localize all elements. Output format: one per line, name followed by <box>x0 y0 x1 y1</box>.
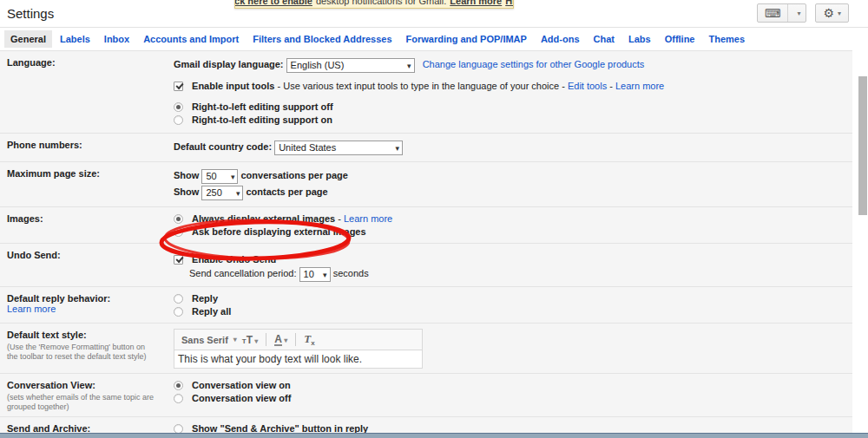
row-images: Images: Always display external images -… <box>0 206 852 243</box>
cancellation-period-label: Send cancellation period: <box>189 268 297 278</box>
contacts-per-page-select[interactable]: 250 <box>201 186 243 200</box>
row-language: Language: Gmail display language: Englis… <box>0 51 852 133</box>
text-style-toolbar: Sans Serif ▾ TT ▾ A ▾ Tx <box>174 329 423 350</box>
settings-tabbar: General Labels Inbox Accounts and Import… <box>0 28 868 50</box>
images-learn-more-link[interactable]: Learn more <box>344 213 392 224</box>
text-color-icon: A <box>274 335 282 346</box>
conversation-view-off-radio[interactable] <box>174 394 183 403</box>
undo-send-label: Undo Send: <box>7 250 61 260</box>
scrollbar-thumb[interactable] <box>858 76 867 215</box>
enable-undo-send-label: Enable Undo Send <box>192 254 276 265</box>
country-code-select[interactable]: United States <box>274 141 403 155</box>
chevron-down-icon: ▾ <box>838 10 841 17</box>
always-display-images-radio[interactable] <box>174 214 183 224</box>
reply-all-label: Reply all <box>192 306 231 317</box>
ask-before-display-radio[interactable] <box>174 227 183 237</box>
text-style-preview: This is what your body text will look li… <box>174 350 423 369</box>
text-style-label: Default text style: <box>7 330 87 340</box>
always-display-images-label: Always display external images <box>192 213 335 224</box>
row-conversation-view: Conversation View: (sets whether emails … <box>0 373 852 416</box>
tab-themes[interactable]: Themes <box>703 30 752 48</box>
reply-radio[interactable] <box>174 294 183 304</box>
chevron-down-icon: ▾ <box>253 337 258 345</box>
change-language-link[interactable]: Change language settings for other Googl… <box>423 59 645 69</box>
toolbar-divider <box>295 333 296 346</box>
remove-formatting-button[interactable]: Tx <box>304 332 314 347</box>
chevron-down-icon: ▾ <box>797 10 800 17</box>
conversations-per-page-select[interactable]: 50 <box>201 169 238 184</box>
conversation-view-sublabel: (sets whether emails of the same topic a… <box>7 393 165 412</box>
input-tools-dropdown[interactable]: ▾ <box>787 4 806 22</box>
edit-tools-link[interactable]: Edit tools <box>568 81 607 91</box>
row-phone-numbers: Phone numbers: Default country code: Uni… <box>0 133 852 161</box>
chevron-down-icon: ▾ <box>282 337 287 344</box>
show-label: Show <box>174 170 199 180</box>
tab-add-ons[interactable]: Add-ons <box>535 30 586 48</box>
row-undo-send: Undo Send: Enable Undo Send Send cancell… <box>0 243 852 286</box>
input-tools-description: - Use various text input tools to type i… <box>274 81 568 91</box>
tab-accounts-and-import[interactable]: Accounts and Import <box>137 30 245 48</box>
rtl-off-label: Right-to-left editing support off <box>192 101 333 112</box>
tab-chat[interactable]: Chat <box>588 30 621 48</box>
rtl-on-radio[interactable] <box>174 115 183 125</box>
reply-label: Reply <box>192 293 218 304</box>
tab-labs[interactable]: Labs <box>622 30 657 48</box>
settings-table: Language: Gmail display language: Englis… <box>0 50 852 438</box>
gear-icon: ⚙ <box>823 7 834 19</box>
reply-behavior-label: Default reply behavior: <box>7 293 110 304</box>
country-code-label: Default country code: <box>174 141 272 152</box>
enable-undo-send-checkbox[interactable] <box>174 255 183 265</box>
conversation-view-label: Conversation View: <box>7 380 95 390</box>
row-max-page-size: Maximum page size: Show 50 conversations… <box>0 161 852 206</box>
chevron-down-icon: ▾ <box>233 336 237 343</box>
display-language-select[interactable]: English (US) <box>286 58 415 73</box>
page-title: Settings <box>7 6 54 21</box>
banner-enable-link[interactable]: Click here to enable <box>234 0 312 6</box>
banner-learn-more-link[interactable]: Learn more <box>450 0 502 6</box>
font-size-button[interactable]: TT ▾ <box>242 334 258 346</box>
banner-hide-link[interactable]: Hide <box>505 0 514 6</box>
enable-input-tools-checkbox[interactable] <box>174 82 183 91</box>
rtl-off-radio[interactable] <box>174 102 183 112</box>
input-tools-learn-more-link[interactable]: Learn more <box>615 81 664 91</box>
ask-before-display-label: Ask before displaying external images <box>192 226 366 237</box>
display-language-label: Gmail display language: <box>174 59 284 69</box>
tab-inbox[interactable]: Inbox <box>98 30 135 48</box>
scrollbar[interactable] <box>852 29 868 438</box>
language-label: Language: <box>7 57 56 68</box>
tab-filters-and-blocked-addresses[interactable]: Filters and Blocked Addresses <box>247 30 398 48</box>
reply-behavior-learn-more-link[interactable]: Learn more <box>7 304 56 314</box>
images-label: Images: <box>7 213 43 224</box>
banner-text: desktop notifications for Gmail. <box>316 0 446 6</box>
tab-forwarding-and-pop-imap[interactable]: Forwarding and POP/IMAP <box>400 30 533 48</box>
conversation-view-on-radio[interactable] <box>174 381 183 390</box>
keyboard-icon: ⌨ <box>765 8 781 19</box>
remove-formatting-icon: T <box>304 332 311 345</box>
conversation-view-on-label: Conversation view on <box>192 380 291 390</box>
enable-input-tools-label: Enable input tools <box>192 81 274 91</box>
dash-separator: - <box>335 213 344 224</box>
tab-general[interactable]: General <box>4 30 52 48</box>
phone-numbers-label: Phone numbers: <box>7 140 82 150</box>
show-label: Show <box>174 186 199 197</box>
desktop-notification-banner: Click here to enable desktop notificatio… <box>234 0 514 9</box>
conversation-view-off-label: Conversation view off <box>192 393 291 403</box>
input-tools-button[interactable]: ⌨ ▾ <box>757 3 807 23</box>
font-family-select[interactable]: Sans Serif <box>181 335 228 345</box>
toolbar-divider <box>266 333 266 346</box>
seconds-suffix: seconds <box>333 268 369 278</box>
text-style-sublabel: (Use the 'Remove Formatting' button on t… <box>7 343 155 362</box>
dash-separator: - <box>607 81 615 91</box>
cancellation-period-select[interactable]: 10 <box>299 267 331 282</box>
row-default-text-style: Default text style: (Use the 'Remove For… <box>0 323 852 373</box>
text-color-button[interactable]: A ▾ <box>274 334 287 346</box>
taskbar-edge <box>0 433 868 438</box>
tab-offline[interactable]: Offline <box>659 30 701 48</box>
contacts-suffix: contacts per page <box>246 186 327 197</box>
tab-labels[interactable]: Labels <box>54 30 96 48</box>
reply-all-radio[interactable] <box>174 307 183 317</box>
rtl-on-label: Right-to-left editing support on <box>192 114 332 125</box>
settings-gear-button[interactable]: ⚙ ▾ <box>815 3 849 23</box>
row-default-reply-behavior: Default reply behavior: Learn more Reply… <box>0 286 852 323</box>
gmail-settings-page: Click here to enable desktop notificatio… <box>0 0 868 438</box>
